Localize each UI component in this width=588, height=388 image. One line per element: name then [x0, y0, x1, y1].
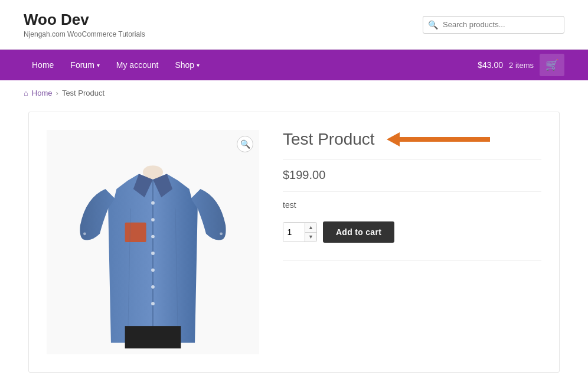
nav-item-shop[interactable]: Shop ▾	[166, 50, 208, 80]
annotation-arrow-svg	[387, 130, 490, 149]
home-icon: ⌂	[24, 89, 28, 97]
quantity-input[interactable]	[283, 223, 305, 242]
svg-point-4	[151, 252, 155, 255]
search-input[interactable]	[443, 17, 564, 32]
cart-icon[interactable]: 🛒	[540, 54, 564, 76]
svg-rect-8	[125, 223, 146, 242]
breadcrumb: ⌂ Home › Test Product	[0, 80, 588, 106]
site-header: Woo Dev Njengah.com WooCommerce Tutorial…	[0, 0, 588, 50]
add-to-cart-button[interactable]: Add to cart	[323, 221, 394, 243]
search-form[interactable]: 🔍	[423, 16, 564, 34]
svg-point-6	[151, 285, 155, 289]
nav-right: $43.00 2 items 🛒	[478, 54, 564, 76]
breadcrumb-current: Test Product	[62, 89, 104, 97]
product-container: 🔍	[28, 112, 560, 373]
product-title: Test Product	[283, 130, 375, 149]
product-price: $199.00	[283, 168, 541, 182]
product-image-svg	[70, 136, 236, 348]
zoom-button[interactable]: 🔍	[237, 136, 253, 152]
product-description: test	[283, 200, 541, 210]
price-divider	[283, 159, 541, 160]
breadcrumb-home-link[interactable]: Home	[32, 89, 53, 97]
product-image-col: 🔍	[47, 130, 259, 354]
desc-divider	[283, 191, 541, 192]
svg-point-3	[151, 235, 155, 239]
site-tagline: Njengah.com WooCommerce Tutorials	[24, 30, 145, 38]
svg-point-11	[220, 232, 223, 235]
svg-marker-15	[387, 132, 490, 146]
svg-point-9	[143, 165, 163, 179]
site-title: Woo Dev	[24, 11, 145, 29]
svg-point-5	[151, 269, 155, 272]
svg-point-10	[83, 232, 86, 235]
site-nav: Home Forum ▾ My account Shop ▾ $43.00 2 …	[0, 50, 588, 80]
product-image-area: 🔍	[47, 130, 259, 354]
svg-point-7	[151, 302, 155, 305]
site-branding: Woo Dev Njengah.com WooCommerce Tutorial…	[24, 11, 145, 38]
svg-point-2	[151, 218, 155, 221]
product-details-col: Test Product $199.00 test ▲ ▼ Add to car…	[259, 130, 541, 354]
nav-item-forum[interactable]: Forum ▾	[62, 50, 107, 80]
qty-up-button[interactable]: ▲	[305, 223, 316, 233]
qty-spinners: ▲ ▼	[305, 223, 316, 242]
nav-item-myaccount[interactable]: My account	[108, 50, 167, 80]
nav-item-home[interactable]: Home	[24, 50, 62, 80]
arrow-annotation	[387, 130, 490, 149]
bottom-divider	[283, 260, 541, 261]
forum-dropdown-icon: ▾	[97, 62, 100, 69]
breadcrumb-separator: ›	[56, 89, 58, 97]
quantity-wrap: ▲ ▼	[283, 222, 317, 242]
qty-down-button[interactable]: ▼	[305, 233, 316, 242]
cart-amount: $43.00	[478, 60, 503, 70]
add-to-cart-row: ▲ ▼ Add to cart	[283, 221, 541, 243]
nav-left: Home Forum ▾ My account Shop ▾	[24, 50, 208, 80]
search-icon: 🔍	[423, 17, 443, 33]
cart-items-count: 2 items	[509, 61, 534, 70]
svg-point-1	[151, 201, 155, 205]
product-title-row: Test Product	[283, 130, 541, 149]
svg-rect-14	[125, 326, 181, 348]
shop-dropdown-icon: ▾	[197, 62, 200, 69]
